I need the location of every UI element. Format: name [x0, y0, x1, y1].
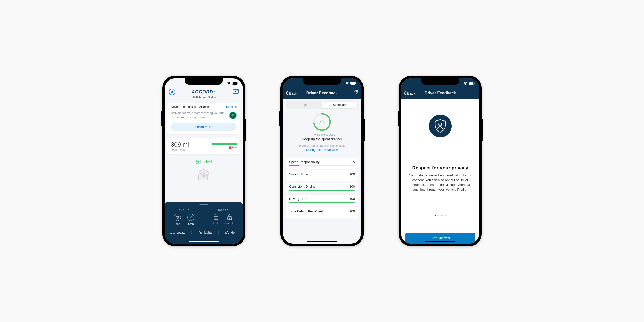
- engine-heading: ENGINE: [165, 209, 204, 211]
- metric-name: Driving Time: [289, 197, 307, 201]
- lights-button[interactable]: Lights: [195, 230, 215, 235]
- notch: [185, 78, 223, 85]
- lock-icon: [196, 160, 199, 164]
- score-badge: 88: [229, 112, 237, 119]
- metric-bar: [289, 178, 355, 178]
- metric-row[interactable]: Time Behind the Wheel100: [286, 207, 358, 218]
- wifi-icon: [463, 82, 467, 85]
- stop-button[interactable]: Stop: [187, 214, 194, 225]
- range-card[interactable]: 309 mi Total Range ⛽Fuel: [167, 138, 240, 154]
- chevron-left-icon: [404, 91, 407, 95]
- back-button[interactable]: Back: [404, 91, 415, 95]
- fuel-label: ⛽Fuel: [212, 146, 237, 149]
- privacy-heading: Respect for your privacy: [412, 165, 468, 171]
- wifi-icon: [345, 82, 349, 85]
- lights-icon: [198, 231, 202, 234]
- svg-rect-19: [469, 82, 473, 84]
- range-value: 309 mi: [171, 141, 189, 148]
- metric-bar: [289, 165, 355, 166]
- svg-point-15: [356, 91, 357, 92]
- notch: [421, 78, 459, 85]
- wifi-icon: [227, 82, 231, 85]
- score-ring: 72: [313, 113, 331, 131]
- tag-icon[interactable]: [353, 90, 358, 96]
- home-indicator[interactable]: [425, 241, 455, 242]
- metric-row[interactable]: Consistent Driving100: [286, 183, 358, 193]
- vehicle-subtitle: 2020 Accord Sedan: [165, 96, 243, 101]
- logo-text: ACCORD: [192, 89, 213, 95]
- nav-title: Driver Feedback: [306, 91, 338, 95]
- metric-value: 100: [349, 197, 355, 201]
- notch: [303, 78, 341, 85]
- back-button[interactable]: Back: [286, 91, 297, 95]
- horn-button[interactable]: Horn: [222, 230, 240, 235]
- lock-closed-icon: [213, 214, 218, 220]
- metric-name: Speed Responsibility: [289, 160, 319, 164]
- svg-rect-2: [238, 83, 238, 84]
- phone-privacy-onboarding: Back Driver Feedback Respect for your pr…: [399, 76, 482, 246]
- lock-status: Locked: [165, 156, 243, 166]
- svg-point-21: [439, 123, 442, 126]
- score-message: Keep up the great driving!: [283, 137, 361, 141]
- fuel-gauge: [212, 143, 237, 145]
- score-delta: +4 from previous week: [283, 133, 361, 136]
- svg-rect-14: [356, 83, 356, 84]
- svg-point-5: [201, 173, 207, 178]
- profile-icon[interactable]: [169, 89, 175, 95]
- power-icon: [176, 216, 179, 219]
- lock-button[interactable]: Lock: [213, 214, 219, 225]
- score-overview-link[interactable]: Driving Score Overview: [306, 148, 338, 152]
- metric-row[interactable]: Driving Time100: [286, 195, 358, 206]
- driver-feedback-card: Driver Feedback is Available Dismiss Act…: [167, 103, 240, 134]
- locate-button[interactable]: Locate: [168, 230, 188, 235]
- get-started-button[interactable]: Get Started: [405, 233, 475, 244]
- svg-rect-1: [233, 82, 237, 84]
- range-label: Total Range: [171, 148, 189, 151]
- vehicle-logo[interactable]: ACCORD: [192, 89, 216, 95]
- metric-name: Time Behind the Wheel: [289, 209, 323, 213]
- metric-bar: [289, 215, 355, 215]
- mail-icon[interactable]: [233, 89, 239, 95]
- dismiss-link[interactable]: Dismiss: [226, 105, 237, 109]
- metric-value: 100: [349, 172, 355, 176]
- control-drawer[interactable]: ENGINE Start Stop DOORS Lock Unlock Loca: [165, 202, 243, 244]
- svg-rect-3: [233, 89, 238, 93]
- svg-point-7: [216, 218, 216, 218]
- svg-rect-13: [351, 82, 355, 84]
- metric-row[interactable]: Smooth Driving100: [286, 170, 358, 181]
- x-icon: [189, 216, 192, 219]
- horn-icon: [225, 231, 229, 234]
- svg-point-9: [229, 218, 230, 218]
- unlock-button[interactable]: Unlock: [225, 214, 234, 225]
- privacy-description: Your data will never be shared without y…: [406, 173, 474, 192]
- chevron-down-icon: [214, 91, 216, 93]
- metric-name: Smooth Driving: [289, 172, 311, 176]
- battery-icon: [350, 82, 356, 85]
- page-dots: [435, 215, 446, 216]
- metric-value: 15: [351, 160, 355, 164]
- metric-row[interactable]: Speed Responsibility15: [286, 158, 358, 169]
- metric-value: 100: [349, 185, 355, 188]
- start-button[interactable]: Start: [174, 214, 181, 225]
- drawer-handle[interactable]: [199, 204, 208, 205]
- lock-open-icon: [227, 214, 232, 220]
- tab-scorecard[interactable]: Scorecard: [322, 102, 357, 108]
- score-note: Driving Score is calculated on a weekly …: [283, 145, 361, 147]
- home-indicator[interactable]: [307, 241, 337, 242]
- chevron-left-icon: [286, 91, 288, 95]
- svg-rect-20: [474, 83, 475, 84]
- car-icon: [170, 231, 175, 234]
- learn-more-button[interactable]: Learn More: [171, 123, 237, 131]
- card-message: Activate today to start receiving your t…: [171, 111, 227, 120]
- score-value: 72: [313, 113, 331, 131]
- score-section: 72 +4 from previous week Keep up the gre…: [283, 111, 361, 156]
- home-indicator[interactable]: [189, 241, 219, 242]
- phone-vehicle-dashboard: ACCORD 2020 Accord Sedan Driver Feedback…: [162, 76, 245, 246]
- metric-bar: [289, 190, 355, 191]
- privacy-shield-icon: [429, 115, 452, 137]
- metric-name: Consistent Driving: [289, 185, 316, 188]
- doors-heading: DOORS: [204, 209, 243, 211]
- card-title: Driver Feedback is Available: [171, 105, 209, 109]
- metric-bar: [289, 202, 355, 203]
- tab-trips[interactable]: Trips: [287, 102, 322, 108]
